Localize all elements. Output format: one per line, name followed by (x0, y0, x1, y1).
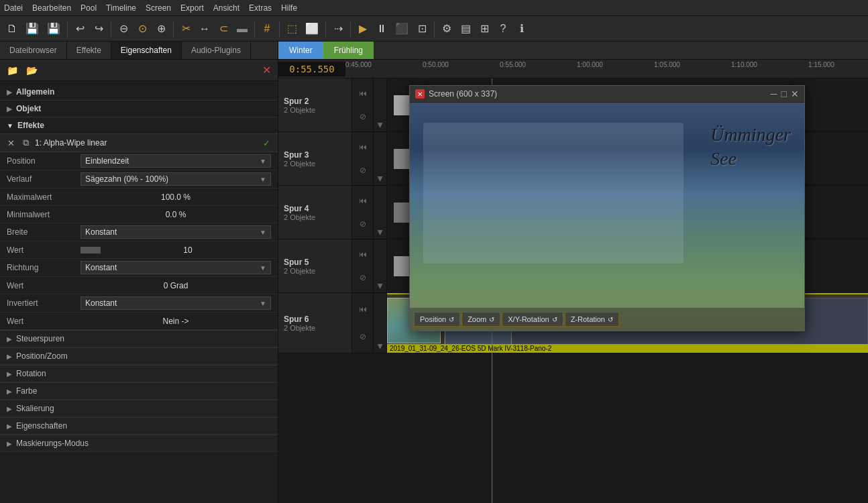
zoom-record-button[interactable]: ⊙ (134, 22, 150, 36)
move-button[interactable]: ↔ (197, 22, 213, 36)
prop-dropdown-verlauf[interactable]: Sägezahn (0% - 100%) ▼ (80, 172, 271, 186)
prop-label-minimalwert: Minimalwert (7, 210, 80, 219)
menu-hilfe[interactable]: Hilfe (281, 3, 297, 13)
end-button[interactable]: ⊡ (414, 22, 430, 36)
stop-button[interactable]: ⬛ (392, 22, 411, 36)
subtitle-button[interactable]: ▤ (457, 22, 474, 36)
zoom-icon: ↺ (489, 316, 494, 323)
menu-timeline[interactable]: Timeline (106, 3, 136, 13)
track-mute-btn-spur2[interactable]: ⊘ (358, 111, 368, 123)
menu-ansicht[interactable]: Ansicht (213, 3, 239, 13)
track-prev-btn-spur5[interactable]: ⏮ (358, 248, 368, 260)
menu-export[interactable]: Export (180, 3, 204, 13)
left-panel: Dateibrowser Effekte Eigenschaften Audio… (0, 42, 278, 503)
prop-dropdown-position[interactable]: Einblendzeit ▼ (80, 154, 271, 168)
prop-value-verlauf: Sägezahn (0% - 100%) ▼ (80, 172, 271, 186)
monitor-button[interactable]: ⬜ (303, 22, 321, 36)
section-skalierung[interactable]: ▶ Skalierung (0, 400, 278, 417)
position-dropdown-arrow: ▼ (260, 158, 266, 165)
track-extra-spur3: ▶ (374, 132, 387, 185)
tab-audio-plugins[interactable]: Audio-Plugins (182, 42, 251, 59)
screen-close-window-btn[interactable]: ✕ (791, 89, 799, 99)
save-button[interactable]: 💾 (23, 22, 42, 36)
track-expand-spur3[interactable]: ▶ (376, 176, 384, 182)
menu-datei[interactable]: Datei (4, 3, 23, 13)
undo-button[interactable]: ↩ (72, 22, 88, 36)
rotation-arrow: ▶ (7, 370, 12, 378)
cut-button[interactable]: ✂ (178, 22, 194, 36)
section-maskierungs-modus[interactable]: ▶ Maskierungs-Modus (0, 435, 278, 452)
track-expand-spur5[interactable]: ▶ (376, 284, 384, 289)
toolbar-sep-1 (67, 21, 68, 37)
menu-bearbeiten[interactable]: Bearbeiten (32, 3, 71, 13)
box-button[interactable]: ⬚ (284, 22, 300, 36)
props-close-btn[interactable]: ✕ (260, 62, 274, 78)
info-button[interactable]: ℹ (514, 22, 530, 36)
tab-dateibrowser[interactable]: Dateibrowser (0, 42, 67, 59)
export-button[interactable]: ⇢ (330, 22, 346, 36)
timeline-tab-fruhling[interactable]: Frühling (323, 42, 374, 59)
screen-maximize-btn[interactable]: □ (781, 89, 787, 99)
menu-extras[interactable]: Extras (249, 3, 272, 13)
section-position-zoom[interactable]: ▶ Position/Zoom (0, 347, 278, 365)
track-expand-spur2[interactable]: ▶ (376, 123, 384, 128)
track-mute-btn-spur6[interactable]: ⊘ (358, 331, 368, 343)
section-objekt[interactable]: ▶ Objekt (0, 101, 278, 117)
menu-screen[interactable]: Screen (146, 3, 171, 13)
zoom-out-button[interactable]: ⊖ (115, 22, 131, 36)
rotation-label: Rotation (16, 369, 46, 378)
pause-button[interactable]: ⏸ (374, 22, 390, 36)
effect-delete-btn[interactable]: ✕ (5, 137, 17, 149)
preview-btn-position[interactable]: Position ↺ (414, 312, 460, 327)
toolbar-sep-7 (350, 21, 351, 37)
effect-copy-btn[interactable]: ⧉ (21, 137, 31, 149)
props-folder-btn[interactable]: 📁 (4, 64, 21, 77)
play-button[interactable]: ▶ (355, 22, 371, 36)
overwrite-button[interactable]: ▬ (234, 22, 250, 36)
save-as-button[interactable]: 💾 (44, 22, 63, 36)
track-mute-btn-spur5[interactable]: ⊘ (358, 272, 368, 284)
section-eigenschaften[interactable]: ▶ Eigenschaften (0, 417, 278, 435)
audio-button[interactable]: ⊞ (476, 22, 492, 36)
section-allgemein[interactable]: ▶ Allgemein (0, 84, 278, 101)
menu-pool[interactable]: Pool (80, 3, 97, 13)
settings-button[interactable]: ⚙ (439, 22, 455, 36)
section-steuerspuren[interactable]: ▶ Steuerspuren (0, 330, 278, 347)
screen-minimize-btn[interactable]: ─ (771, 89, 777, 99)
prop-dropdown-breite[interactable]: Konstant ▼ (80, 225, 271, 239)
track-prev-btn-spur4[interactable]: ⏮ (358, 194, 368, 207)
prop-slider-wert-breite[interactable] (80, 247, 101, 254)
section-rotation[interactable]: ▶ Rotation (0, 365, 278, 382)
section-farbe[interactable]: ▶ Farbe (0, 382, 278, 400)
section-effekte[interactable]: ▼ Effekte (0, 117, 278, 134)
preview-btn-xy-rotation[interactable]: X/Y-Rotation ↺ (502, 312, 563, 327)
new-button[interactable]: 🗋 (4, 22, 20, 36)
question-button[interactable]: ? (495, 22, 511, 36)
skalierung-arrow: ▶ (7, 405, 12, 412)
verlauf-dropdown-arrow: ▼ (260, 176, 266, 183)
redo-button[interactable]: ↪ (91, 22, 107, 36)
props-open-btn[interactable]: 📂 (23, 64, 40, 77)
prop-row-maximalwert: Maximalwert 100.0 % (0, 188, 278, 206)
ripple-button[interactable]: ⊂ (215, 22, 231, 36)
track-prev-btn-spur6[interactable]: ⏮ (358, 303, 368, 315)
preview-scene (423, 123, 684, 264)
effect-enable-btn[interactable]: ✓ (261, 137, 272, 149)
tab-eigenschaften[interactable]: Eigenschaften (111, 42, 182, 59)
timeline-tab-winter[interactable]: Winter (278, 42, 323, 59)
prop-dropdown-richtung[interactable]: Konstant ▼ (80, 261, 271, 274)
prop-dropdown-invertiert[interactable]: Konstant ▼ (80, 296, 271, 310)
tab-effekte[interactable]: Effekte (67, 42, 111, 59)
track-prev-btn-spur3[interactable]: ⏮ (358, 141, 368, 153)
preview-btn-z-rotation[interactable]: Z-Rotation ↺ (565, 312, 619, 327)
hash-button[interactable]: # (259, 22, 275, 36)
preview-btn-zoom[interactable]: Zoom ↺ (462, 312, 500, 327)
track-expand-spur6[interactable]: ▶ (376, 344, 384, 349)
track-mute-btn-spur4[interactable]: ⊘ (358, 218, 368, 230)
track-controls-spur6: ⏮ ⊘ (352, 293, 374, 353)
track-prev-btn-spur2[interactable]: ⏮ (358, 87, 368, 99)
zoom-in-button[interactable]: ⊕ (153, 22, 169, 36)
screen-close-btn[interactable]: ✕ (415, 89, 425, 99)
track-expand-spur4[interactable]: ▶ (376, 230, 384, 235)
track-mute-btn-spur3[interactable]: ⊘ (358, 164, 368, 176)
